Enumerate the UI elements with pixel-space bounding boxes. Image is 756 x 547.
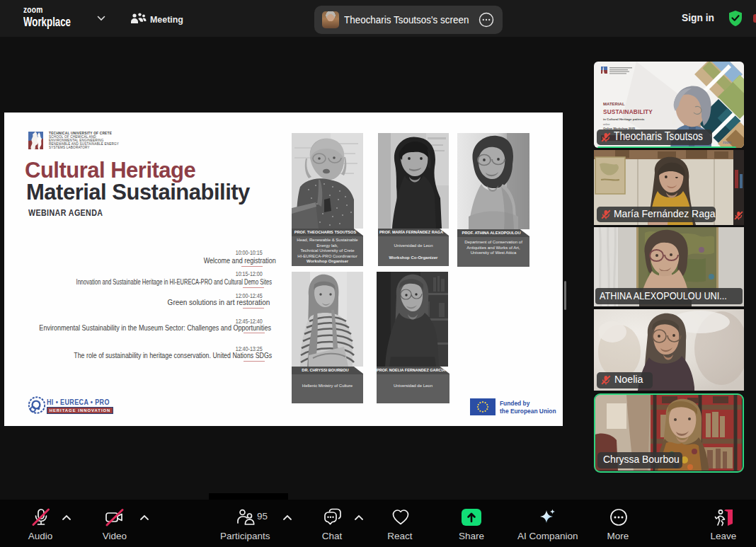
svg-text:zoom: zoom bbox=[723, 140, 731, 144]
svg-text:MATERIAL: MATERIAL bbox=[603, 102, 625, 106]
svg-text:in Cultural Heritage patients: in Cultural Heritage patients bbox=[603, 117, 645, 121]
svg-text:online: online bbox=[603, 123, 610, 126]
svg-text:SUSTAINABILITY: SUSTAINABILITY bbox=[603, 109, 653, 115]
